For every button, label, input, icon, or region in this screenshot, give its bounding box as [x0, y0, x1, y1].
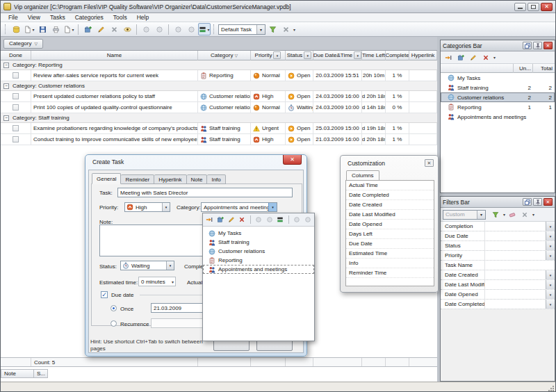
column-header-category[interactable]: Category▽ — [198, 51, 251, 60]
group-row-customer-relations[interactable]: − Category: Customer relations — [1, 81, 437, 91]
menu-file[interactable]: File — [3, 13, 23, 22]
filter-dropdown-button[interactable]: ▾ — [546, 231, 555, 240]
minimize-button[interactable] — [514, 3, 526, 11]
dialog-close-button[interactable]: ✕ — [425, 159, 434, 167]
filter-value[interactable] — [485, 261, 555, 270]
add-category-button[interactable] — [215, 215, 226, 225]
delete-category-button[interactable] — [480, 52, 491, 63]
once-radio[interactable] — [111, 305, 117, 311]
category-option[interactable]: Reporting — [203, 256, 314, 265]
open-database-button[interactable] — [10, 23, 22, 35]
tab-note[interactable]: Note — [187, 174, 208, 184]
table-row[interactable]: Print 100 copies of updated quality-cont… — [1, 102, 437, 113]
filter-dropdown-button[interactable]: ▾ — [304, 51, 311, 59]
view-task-button[interactable] — [121, 23, 133, 35]
filter-dropdown-button[interactable]: ▾ — [546, 290, 555, 299]
filter-dropdown-button[interactable]: ▾ — [546, 270, 555, 279]
close-panel-button[interactable]: ✕ — [543, 42, 553, 49]
sort-categories-button[interactable] — [275, 215, 286, 225]
filter-value[interactable] — [485, 290, 546, 299]
category-option[interactable]: Customer relations — [203, 247, 314, 256]
toolbar-options-arrow[interactable]: ▾ — [493, 55, 496, 60]
apply-template-button[interactable] — [266, 23, 279, 35]
total-column-header[interactable]: Total — [532, 64, 555, 73]
menu-categories[interactable]: Categories — [70, 13, 108, 22]
cut-task-button[interactable] — [172, 23, 184, 35]
recurrence-radio[interactable] — [111, 320, 117, 327]
filter-dropdown-button[interactable]: ▾ — [546, 300, 555, 309]
delete-task-button[interactable] — [108, 23, 120, 35]
category-tree-item[interactable]: Reporting 1 1 — [441, 102, 555, 112]
filter-dropdown-button[interactable]: ▾ — [273, 51, 281, 59]
dialog-close-button[interactable]: ✕ — [283, 155, 302, 165]
save-button[interactable] — [36, 23, 49, 35]
status-select[interactable]: Waiting ▾ — [120, 261, 174, 270]
print-button[interactable] — [49, 23, 62, 35]
column-header-done[interactable]: Done — [1, 51, 31, 60]
clear-filter-button[interactable] — [507, 209, 518, 220]
tab-reminder[interactable]: Reminder — [121, 174, 154, 184]
column-header-due[interactable]: Due Date&Time▾ — [313, 51, 362, 60]
move-to-category-button[interactable] — [204, 215, 215, 225]
due-date-checkbox[interactable]: ✓ — [101, 291, 108, 298]
column-option[interactable]: Info — [346, 259, 434, 268]
pin-panel-button[interactable] — [533, 42, 542, 49]
note-s-column-header[interactable]: S... — [34, 369, 48, 378]
add-category-button[interactable] — [455, 52, 466, 63]
priority-select[interactable]: High ▾ — [124, 202, 170, 212]
move-to-category-button[interactable] — [443, 52, 454, 63]
pin-panel-button[interactable] — [533, 198, 542, 206]
table-row[interactable]: Review after-sales service reports for c… — [1, 70, 437, 81]
note-column-header[interactable]: Note — [1, 369, 34, 378]
done-checkbox[interactable] — [13, 93, 19, 99]
clear-template-button[interactable] — [279, 23, 292, 35]
category-tree-item-selected[interactable]: Customer relations 2 2 — [441, 92, 555, 102]
filter-dropdown-button[interactable]: ▾ — [546, 241, 555, 250]
filter-value[interactable] — [485, 251, 546, 260]
filter-dropdown-button[interactable]: ▾ — [546, 222, 555, 231]
filter-preset-select[interactable]: Custom ▾ — [443, 210, 486, 220]
column-option[interactable]: Date Opened — [346, 220, 434, 229]
column-header-name[interactable]: Name — [31, 51, 198, 60]
filter-dropdown-button[interactable]: ▾ — [546, 251, 555, 260]
remove-filter-button[interactable] — [519, 209, 530, 220]
restore-panel-button[interactable] — [523, 198, 532, 206]
collapse-icon[interactable]: − — [3, 83, 9, 89]
filter-value[interactable] — [485, 241, 546, 250]
menu-view[interactable]: View — [23, 13, 45, 22]
group-row-staff-training[interactable]: − Category: Staff training — [1, 113, 437, 123]
category-tree-item[interactable]: My Tasks — [441, 73, 555, 83]
resize-grip[interactable] — [548, 385, 554, 391]
toolbar-options-arrow[interactable]: ▾ — [532, 212, 534, 217]
unread-column-header[interactable]: Un... — [513, 64, 532, 73]
column-option[interactable]: Reminder Time — [346, 268, 434, 278]
task-name-input[interactable]: Meeting with Sales Director — [117, 188, 293, 197]
category-option[interactable]: My Tasks — [203, 229, 314, 238]
task-template-select[interactable]: Default Task ▾ — [218, 24, 265, 35]
table-row[interactable]: Conduct training to improve communicativ… — [1, 134, 437, 145]
category-option[interactable]: Staff training — [203, 238, 314, 247]
edit-category-button[interactable] — [226, 215, 236, 225]
paste-task-button[interactable] — [185, 23, 197, 35]
move-down-button[interactable] — [264, 215, 275, 225]
reopen-task-button[interactable] — [153, 23, 165, 35]
done-checkbox[interactable] — [13, 125, 19, 131]
column-header-priority[interactable]: Priority▾ — [251, 51, 286, 60]
apply-filter-button[interactable] — [490, 209, 501, 220]
new-file-button[interactable]: ▾ — [23, 23, 35, 35]
edit-category-button[interactable] — [468, 52, 479, 63]
column-option[interactable]: Estimated Time — [346, 249, 434, 259]
close-panel-button[interactable]: ✕ — [543, 198, 553, 206]
column-header-status[interactable]: Status▾ — [286, 51, 313, 60]
done-checkbox[interactable] — [13, 104, 19, 111]
filter-dropdown-button[interactable]: ▾ — [546, 280, 555, 289]
done-checkbox[interactable] — [13, 136, 19, 142]
group-by-category-chip[interactable]: Category ▽ — [3, 39, 43, 49]
expand-button[interactable] — [292, 215, 302, 225]
category-option-selected[interactable]: Appointments and meetings — [203, 265, 314, 274]
column-option[interactable]: Actual Time — [346, 181, 434, 190]
filter-dropdown-button[interactable]: ▾ — [354, 51, 361, 59]
column-header-time-left[interactable]: Time Left — [362, 51, 386, 60]
collapse-icon[interactable]: − — [3, 115, 9, 121]
group-row-reporting[interactable]: − Category: Reporting — [1, 60, 437, 70]
